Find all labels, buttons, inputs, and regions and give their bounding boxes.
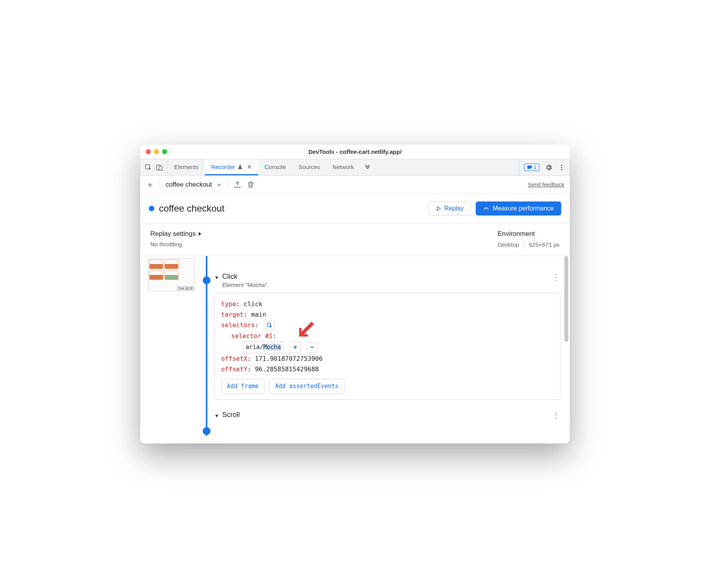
devtools-window: DevTools - coffee-cart.netlify.app/ Elem… xyxy=(140,144,570,444)
step-title: Scroll xyxy=(222,411,240,419)
flow-select[interactable]: coffee checkout xyxy=(166,181,222,189)
env-viewport: 625×671 px xyxy=(529,241,560,248)
selector-picker-button[interactable] xyxy=(265,321,275,330)
chevron-down-icon xyxy=(216,182,222,188)
kebab-menu-icon[interactable] xyxy=(558,164,565,171)
svg-point-3 xyxy=(561,164,562,166)
svg-point-5 xyxy=(561,169,562,170)
gauge-icon xyxy=(483,205,489,212)
tab-recorder[interactable]: Recorder ✕ xyxy=(205,159,259,175)
send-feedback-link[interactable]: Send feedback xyxy=(528,182,564,188)
step-scroll: ▼ Scroll ⋮ xyxy=(214,411,560,420)
inspect-element-icon[interactable] xyxy=(145,164,152,171)
timeline-dot-icon xyxy=(203,427,211,435)
step-body: type: click target: main selectors: xyxy=(214,293,560,400)
step-kebab-icon[interactable]: ⋮ xyxy=(552,273,560,282)
annotation-arrow-icon xyxy=(298,319,316,338)
add-frame-button[interactable]: Add frame xyxy=(221,379,264,394)
measure-performance-button[interactable]: Measure performance xyxy=(476,201,561,216)
tabsbar-right: 1 xyxy=(519,159,570,175)
divider xyxy=(160,180,160,190)
timeline: Total: $0.00 ▼ Click Element "Mocha" ⋮ xyxy=(140,256,570,444)
environment-label: Environment xyxy=(498,230,560,238)
flow-status-dot-icon xyxy=(149,206,154,211)
scrollbar[interactable] xyxy=(564,256,568,342)
maximize-window-icon[interactable] xyxy=(162,149,167,154)
panel-tabs: Elements Recorder ✕ Console Sources Netw… xyxy=(168,159,519,175)
play-icon xyxy=(436,206,441,211)
more-tabs-icon[interactable] xyxy=(360,159,375,175)
devtools-tabsbar: Elements Recorder ✕ Console Sources Netw… xyxy=(140,159,570,176)
step-subtitle: Element "Mocha" xyxy=(222,282,267,288)
step-thumbnail: Total: $0.00 xyxy=(148,258,195,291)
titlebar: DevTools - coffee-cart.netlify.app/ xyxy=(140,144,570,159)
issues-badge[interactable]: 1 xyxy=(524,164,539,171)
recorder-toolbar: ＋ coffee checkout Send feedback xyxy=(140,176,570,194)
delete-icon[interactable] xyxy=(247,181,255,189)
add-selector-button[interactable]: + xyxy=(290,342,301,353)
tab-network[interactable]: Network xyxy=(326,159,360,175)
new-recording-button[interactable]: ＋ xyxy=(146,179,154,191)
chevron-down-icon[interactable]: ▼ xyxy=(214,413,219,419)
flow-title: coffee checkout xyxy=(159,203,225,214)
settings-row: Replay settings No throttling Environmen… xyxy=(140,224,570,256)
flask-icon xyxy=(237,164,243,169)
svg-rect-2 xyxy=(159,166,162,170)
close-window-icon[interactable] xyxy=(146,149,151,154)
steps-column: ▼ Click Element "Mocha" ⋮ type: click ta… xyxy=(214,256,562,436)
step-click: ▼ Click Element "Mocha" ⋮ type: click ta… xyxy=(214,273,560,400)
traffic-lights xyxy=(146,149,167,154)
env-device: Desktop xyxy=(498,241,519,248)
export-icon[interactable] xyxy=(234,181,241,189)
divider xyxy=(228,180,228,190)
tab-sources[interactable]: Sources xyxy=(292,159,326,175)
tab-console[interactable]: Console xyxy=(258,159,292,175)
chevron-down-icon[interactable]: ▼ xyxy=(214,275,219,280)
selector-value-input[interactable]: aria/Mocha xyxy=(243,341,284,354)
divider xyxy=(524,241,524,248)
flow-header: coffee checkout Replay Measure performan… xyxy=(140,194,570,224)
svg-point-4 xyxy=(561,167,562,168)
settings-gear-icon[interactable] xyxy=(545,164,553,171)
remove-selector-button[interactable]: − xyxy=(307,342,318,353)
tab-elements[interactable]: Elements xyxy=(168,159,205,175)
timeline-dot-icon xyxy=(203,276,211,284)
close-tab-icon[interactable]: ✕ xyxy=(247,163,252,171)
device-toggle-icon[interactable] xyxy=(156,164,163,171)
throttling-value: No throttling xyxy=(150,241,202,248)
inspect-controls xyxy=(140,159,168,175)
window-title: DevTools - coffee-cart.netlify.app/ xyxy=(140,148,570,155)
timeline-rail xyxy=(199,256,214,436)
minimize-window-icon[interactable] xyxy=(154,149,159,154)
step-kebab-icon[interactable]: ⋮ xyxy=(552,411,560,420)
chevron-right-icon xyxy=(198,232,202,236)
add-asserted-events-button[interactable]: Add assertedEvents xyxy=(269,379,344,394)
thumbnail-column: Total: $0.00 xyxy=(148,256,199,436)
replay-button[interactable]: Replay xyxy=(428,201,471,216)
step-title: Click xyxy=(222,273,267,281)
replay-settings-toggle[interactable]: Replay settings xyxy=(150,230,202,238)
